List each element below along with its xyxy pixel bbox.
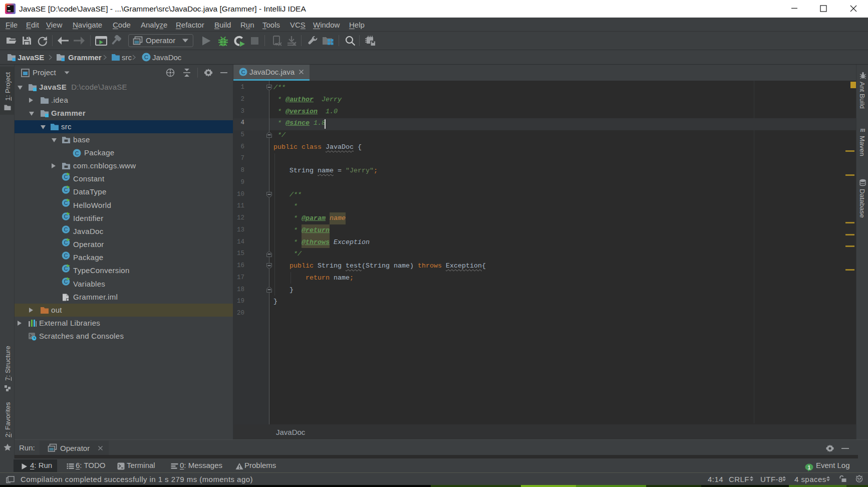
svg-text:C: C <box>75 150 79 156</box>
svg-text:m: m <box>860 126 865 133</box>
svg-text:C: C <box>144 54 148 60</box>
svg-text:C: C <box>241 69 245 75</box>
svg-text:C: C <box>64 253 68 259</box>
svg-text:C: C <box>64 226 68 232</box>
svg-text:1: 1 <box>808 464 811 470</box>
